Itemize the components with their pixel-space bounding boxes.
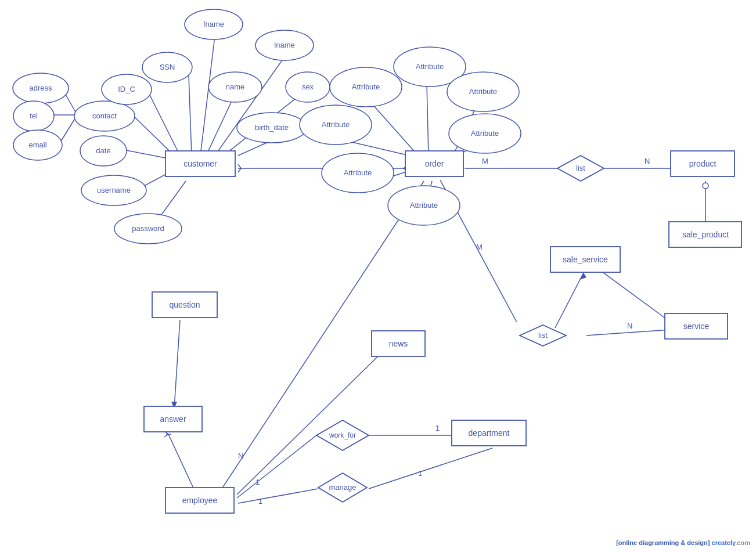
svg-line-6 (189, 75, 192, 156)
entity-news-label: news (389, 339, 408, 348)
ellipse-attr1-label: Attribute (416, 62, 444, 71)
svg-text:1: 1 (418, 469, 422, 478)
ellipse-attr6-label: Attribute (344, 168, 372, 177)
ellipse-username-label: username (97, 186, 131, 194)
ellipse-birth-date-label: birth_date (255, 123, 289, 132)
svg-text:1: 1 (255, 478, 260, 486)
ellipse-date-label: date (96, 146, 110, 155)
ellipse-fname-label: fname (203, 20, 224, 28)
svg-marker-40 (579, 273, 586, 280)
svg-line-20 (427, 84, 429, 156)
entity-service-label: service (683, 322, 710, 331)
svg-text:N: N (627, 322, 632, 330)
entity-question-label: question (170, 300, 200, 309)
ellipse-contact-label: contact (92, 111, 117, 120)
svg-line-22 (372, 103, 418, 156)
svg-line-56 (369, 448, 492, 489)
diamond-list1-label: list (576, 164, 585, 172)
svg-point-32 (703, 183, 708, 189)
svg-line-47 (237, 435, 316, 498)
ellipse-attr3-label: Attribute (352, 82, 380, 91)
diamond-list2-label: list (538, 331, 548, 340)
watermark-text: [online diagramming & design] (616, 539, 711, 546)
svg-text:N: N (645, 157, 650, 165)
svg-line-16 (238, 168, 241, 172)
svg-line-51 (237, 348, 386, 495)
ellipse-email-label: email (28, 140, 46, 149)
svg-text:1: 1 (258, 497, 262, 506)
svg-text:M: M (482, 157, 488, 165)
ellipse-SSN-label: SSN (160, 63, 175, 71)
svg-text:N: N (238, 452, 243, 460)
entity-customer-label: customer (183, 159, 217, 168)
ellipse-password-label: password (132, 224, 164, 233)
diagram-canvas: M N M N 1 1 (0, 0, 756, 552)
svg-line-39 (555, 273, 584, 328)
diamond-work-for-label: work_for (329, 431, 356, 439)
watermark-domain: .com (735, 539, 750, 546)
ellipse-sex-label: sex (302, 82, 314, 91)
ellipse-tel-label: tel (30, 111, 38, 120)
svg-text:1: 1 (435, 424, 440, 432)
svg-text:M: M (476, 243, 483, 251)
ellipse-attr2-label: Attribute (469, 87, 497, 96)
svg-line-35 (586, 330, 671, 335)
diamond-manage-label: manage (329, 483, 357, 492)
entity-employee-label: employee (182, 496, 218, 505)
ellipse-attr7-label: Attribute (410, 201, 438, 210)
ellipse-attr4-label: Attribute (322, 120, 350, 129)
svg-line-43 (168, 434, 195, 490)
svg-line-49 (238, 489, 318, 503)
ellipse-lname-label: lname (274, 41, 294, 49)
entity-product-label: product (689, 159, 717, 168)
svg-line-15 (238, 164, 241, 168)
watermark: [online diagramming & design] creately.c… (616, 539, 750, 546)
entity-sale-product-label: sale_product (682, 230, 729, 239)
watermark-brand: creately (712, 539, 736, 546)
svg-line-3 (132, 115, 174, 156)
er-diagram: M N M N 1 1 (0, 0, 756, 552)
ellipse-attr5-label: Attribute (471, 129, 499, 138)
ellipse-IDC-label: ID_C (118, 85, 135, 93)
entity-order-label: order (425, 159, 444, 168)
entity-sale-service-label: sale_service (563, 255, 608, 264)
svg-line-41 (174, 320, 180, 409)
entity-department-label: department (469, 428, 510, 438)
ellipse-name-label: name (226, 82, 245, 91)
ellipse-adress-label: adress (29, 84, 52, 92)
entity-answer-label: answer (160, 414, 186, 424)
svg-line-9 (206, 100, 232, 156)
